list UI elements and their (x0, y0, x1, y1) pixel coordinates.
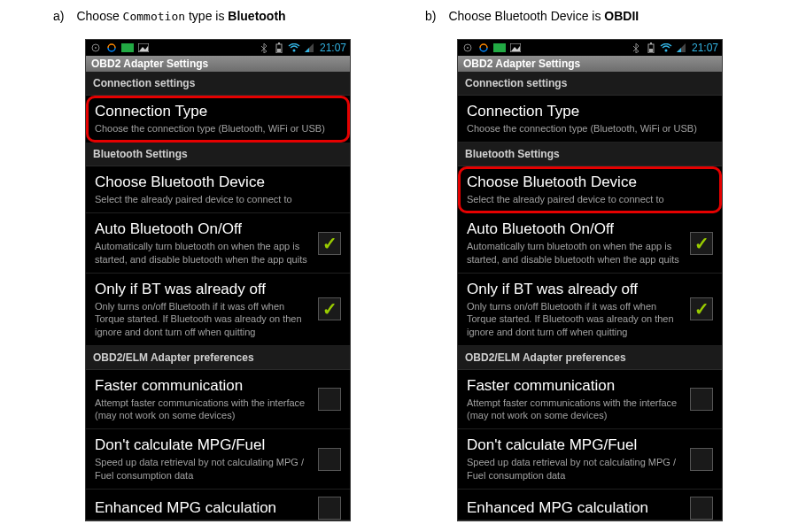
setting-choose-bluetooth[interactable]: Choose Bluetooth Device Select the alrea… (458, 166, 722, 213)
setting-title: Auto Bluetooth On/Off (95, 220, 313, 238)
gps-icon (461, 42, 474, 54)
setting-faster-comm[interactable]: Faster communication Attempt faster comm… (86, 370, 350, 430)
svg-rect-13 (493, 43, 506, 52)
svg-marker-10 (305, 48, 309, 52)
setting-no-mpg[interactable]: Don't calculate MPG/Fuel Speed up data r… (86, 429, 350, 490)
setting-subtitle: Automatically turn bluetooth on when the… (95, 240, 313, 266)
setting-title: Don't calculate MPG/Fuel (467, 436, 685, 454)
checkbox-no-mpg[interactable] (690, 448, 713, 471)
phone-a: 21:07 OBD2 Adapter Settings Connection s… (85, 39, 351, 521)
setting-no-mpg[interactable]: Don't calculate MPG/Fuel Speed up data r… (458, 429, 722, 490)
app-icon (121, 42, 134, 54)
signal-icon (675, 42, 687, 54)
setting-enhanced-mpg[interactable]: Enhanced MPG calculation (458, 490, 722, 520)
setting-subtitle: Choose the connection type (Bluetooth, W… (95, 122, 341, 135)
svg-point-12 (467, 47, 469, 49)
setting-title: Faster communication (95, 377, 313, 395)
checkbox-only-off[interactable] (690, 297, 713, 320)
setting-title: Connection Type (467, 103, 713, 120)
setting-title: Enhanced MPG calculation (95, 499, 313, 517)
image-icon (509, 42, 522, 54)
setting-title: Enhanced MPG calculation (467, 499, 685, 517)
clock: 21:07 (320, 42, 346, 54)
column-a: a)Choose Commotion type is Bluetooth 21:… (53, 9, 381, 521)
app-title: OBD2 Adapter Settings (91, 58, 208, 70)
section-obd2: OBD2/ELM Adapter preferences (458, 346, 722, 370)
svg-point-8 (292, 49, 295, 51)
status-bar: 21:07 (458, 40, 722, 56)
setting-subtitle: Speed up data retrieval by not calculati… (95, 456, 313, 482)
caption-letter: b) (425, 9, 436, 23)
setting-faster-comm[interactable]: Faster communication Attempt faster comm… (458, 370, 722, 430)
signal-icon (303, 42, 315, 54)
setting-title: Connection Type (95, 103, 341, 120)
checkbox-enh-mpg[interactable] (318, 497, 341, 520)
setting-title: Only if BT was already off (95, 281, 313, 298)
svg-point-1 (95, 47, 97, 49)
svg-rect-2 (121, 43, 134, 52)
sync-icon (105, 42, 118, 54)
caption-b: b)Choose Bluetooth Device is OBDII (425, 9, 753, 23)
section-bluetooth: Bluetooth Settings (86, 143, 350, 166)
checkbox-auto-bt[interactable] (318, 232, 341, 255)
bluetooth-icon (258, 42, 270, 54)
setting-title: Only if BT was already off (467, 281, 685, 298)
caption-a: a)Choose Commotion type is Bluetooth (53, 9, 381, 23)
setting-subtitle: Attempt faster communications with the i… (95, 397, 313, 422)
clock: 21:07 (692, 42, 718, 54)
setting-choose-bluetooth[interactable]: Choose Bluetooth Device Select the alrea… (86, 166, 350, 213)
svg-marker-15 (511, 46, 520, 51)
checkbox-enh-mpg[interactable] (690, 497, 713, 520)
setting-subtitle: Automatically turn bluetooth on when the… (467, 240, 685, 266)
setting-subtitle: Speed up data retrieval by not calculati… (467, 456, 685, 482)
svg-rect-7 (277, 49, 281, 52)
setting-auto-bluetooth[interactable]: Auto Bluetooth On/Off Automatically turn… (458, 213, 722, 274)
svg-rect-6 (278, 42, 280, 44)
setting-subtitle: Only turns on/off Bluetooth if it was of… (467, 300, 685, 338)
setting-subtitle: Select the already paired device to conn… (467, 193, 713, 205)
caption-letter: a) (53, 9, 64, 23)
section-connection: Connection settings (458, 72, 722, 96)
checkbox-faster[interactable] (690, 388, 713, 411)
setting-only-if-off[interactable]: Only if BT was already off Only turns on… (458, 274, 722, 346)
gps-icon (89, 42, 102, 54)
app-title-bar: OBD2 Adapter Settings (86, 56, 350, 72)
image-icon (137, 42, 150, 54)
setting-auto-bluetooth[interactable]: Auto Bluetooth On/Off Automatically turn… (86, 213, 350, 274)
battery-icon (645, 42, 657, 54)
bluetooth-icon (630, 42, 642, 54)
checkbox-auto-bt[interactable] (690, 232, 713, 255)
setting-connection-type[interactable]: Connection Type Choose the connection ty… (458, 96, 722, 143)
svg-marker-21 (677, 48, 681, 52)
battery-icon (273, 42, 285, 54)
wifi-icon (660, 42, 672, 54)
app-icon (493, 42, 506, 54)
svg-rect-18 (649, 49, 653, 52)
setting-connection-type[interactable]: Connection Type Choose the connection ty… (86, 96, 350, 143)
section-obd2: OBD2/ELM Adapter preferences (86, 346, 350, 370)
checkbox-only-off[interactable] (318, 297, 341, 320)
setting-subtitle: Only turns on/off Bluetooth if it was of… (95, 300, 313, 338)
setting-title: Auto Bluetooth On/Off (467, 220, 685, 238)
checkbox-faster[interactable] (318, 388, 341, 411)
checkbox-no-mpg[interactable] (318, 448, 341, 471)
setting-title: Choose Bluetooth Device (95, 173, 341, 191)
setting-title: Don't calculate MPG/Fuel (95, 436, 313, 454)
setting-title: Faster communication (467, 377, 685, 395)
setting-subtitle: Choose the connection type (Bluetooth, W… (467, 122, 713, 135)
setting-subtitle: Select the already paired device to conn… (95, 193, 341, 205)
setting-title: Choose Bluetooth Device (467, 173, 713, 191)
wifi-icon (288, 42, 300, 54)
phone-b: 21:07 OBD2 Adapter Settings Connection s… (457, 39, 723, 521)
svg-rect-17 (650, 42, 652, 44)
column-b: b)Choose Bluetooth Device is OBDII 21:07 (425, 9, 753, 521)
svg-point-19 (664, 49, 667, 51)
setting-enhanced-mpg[interactable]: Enhanced MPG calculation (86, 490, 350, 520)
setting-only-if-off[interactable]: Only if BT was already off Only turns on… (86, 274, 350, 346)
section-connection: Connection settings (86, 72, 350, 96)
section-bluetooth: Bluetooth Settings (458, 143, 722, 166)
svg-marker-4 (139, 46, 148, 51)
app-title-bar: OBD2 Adapter Settings (458, 56, 722, 72)
sync-icon (477, 42, 490, 54)
setting-subtitle: Attempt faster communications with the i… (467, 397, 685, 422)
